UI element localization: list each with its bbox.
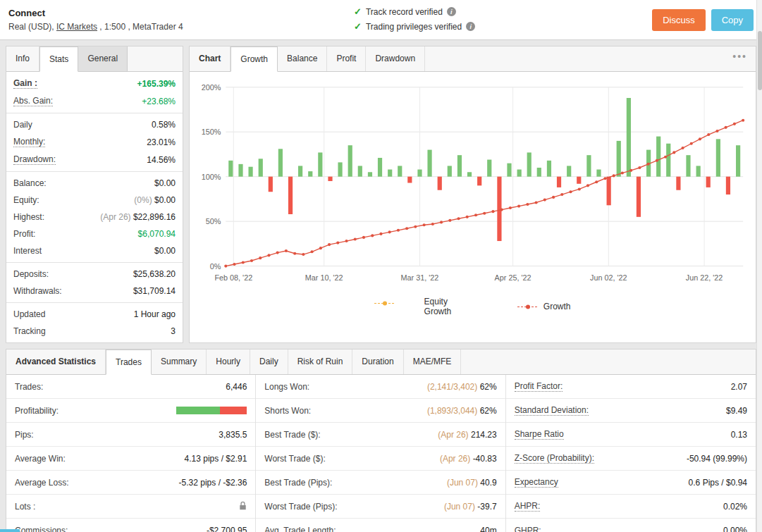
stat-value: (Jun 07) -39.7 xyxy=(444,502,497,512)
statistics-table: Trades:6,446Profitability:Pips:3,835.5Av… xyxy=(6,375,756,532)
verification-trading-privileges-verified: ✓Trading privileges verifiedi xyxy=(354,21,475,32)
stat-value: -5.32 pips / -$2.36 xyxy=(179,478,247,488)
legend-swatch-icon xyxy=(517,304,539,310)
stats-column-3: Profit Factor:2.07Standard Deviation:$9.… xyxy=(506,375,756,532)
tab-stats[interactable]: Stats xyxy=(39,47,78,72)
stat-label: Avg. Trade Length: xyxy=(264,526,336,532)
vertical-scrollbar[interactable] xyxy=(756,0,762,532)
stat-row-updated: Updated1 Hour ago xyxy=(6,306,183,323)
tab-balance[interactable]: Balance xyxy=(278,47,327,71)
stat-value-prefix: (2,141/3,402) xyxy=(427,382,480,392)
legend-growth[interactable]: Growth xyxy=(517,297,571,316)
stat-label: Pips: xyxy=(15,430,34,440)
info-icon[interactable]: i xyxy=(447,7,456,16)
stats-sidebar: InfoStatsGeneral Gain :+165.39%Abs. Gain… xyxy=(6,46,183,343)
stat-label: Worst Trade (Pips): xyxy=(264,502,337,512)
chart-panel: ChartGrowthBalanceProfitDrawdown••• 0%50… xyxy=(189,46,756,343)
stat-value-prefix: (Apr 26) xyxy=(440,454,473,464)
stats-list: Gain :+165.39%Abs. Gain:+23.68%Daily0.58… xyxy=(6,72,183,342)
broker-link[interactable]: IC Markets xyxy=(56,22,97,32)
tab-general[interactable]: General xyxy=(78,47,128,71)
stat-value-prefix: (Apr 26) xyxy=(100,212,133,222)
stat-cell-commissions: Commissions:-$2,700.95 xyxy=(6,519,255,532)
stat-label: Longs Won: xyxy=(264,382,309,392)
stat-value: $25,638.20 xyxy=(133,269,176,279)
stat-value: 2.07 xyxy=(731,382,747,392)
stat-label: Balance: xyxy=(13,178,47,188)
account-details: , 1:500 , MetaTrader 4 xyxy=(97,22,183,32)
stat-row-equity: Equity:(0%) $0.00 xyxy=(6,192,183,209)
legend-equity-growth[interactable]: Equity Growth xyxy=(374,297,453,316)
stat-value: (Apr 26) $22,896.16 xyxy=(100,212,176,222)
stat-label: Average Win: xyxy=(15,454,66,464)
tab-profit[interactable]: Profit xyxy=(327,47,366,71)
stat-cell-shorts-won: Shorts Won:(1,893/3,044) 62% xyxy=(256,399,505,423)
stat-cell-trades: Trades:6,446 xyxy=(6,375,255,399)
stat-label: Drawdown: xyxy=(13,154,56,165)
account-info: Connect Real (USD), IC Markets , 1:500 ,… xyxy=(8,8,183,32)
stat-label: Deposits: xyxy=(13,269,49,279)
stat-value-prefix: (0%) xyxy=(134,195,154,205)
stat-group: Gain :+165.39%Abs. Gain:+23.68% xyxy=(6,72,183,113)
stat-row-interest: Interest$0.00 xyxy=(6,242,183,259)
stat-label: Abs. Gain: xyxy=(13,96,53,106)
stat-label: Expectancy xyxy=(515,477,558,488)
stat-label: Interest xyxy=(13,246,42,256)
growth-chart: 0%50%100%150%200%Feb 08, '22Mar 10, '22M… xyxy=(195,78,750,287)
stat-value: (Jun 07) 40.9 xyxy=(447,478,497,488)
stat-cell-expectancy: Expectancy0.6 Pips / $0.94 xyxy=(506,471,756,495)
stat-value: $9.49 xyxy=(726,406,747,416)
stat-cell-sharpe-ratio: Sharpe Ratio0.13 xyxy=(506,423,756,447)
copy-button[interactable]: Copy xyxy=(711,9,754,31)
stat-cell-standard-deviation: Standard Deviation:$9.49 xyxy=(506,399,756,423)
growth-chart-svg: 0%50%100%150%200%Feb 08, '22Mar 10, '22M… xyxy=(195,78,750,287)
stat-cell-ahpr: AHPR:0.02% xyxy=(506,495,756,519)
account-title: Connect xyxy=(8,8,183,18)
stat-value: (1,893/3,044) 62% xyxy=(427,406,497,416)
scrollbar-thumb[interactable] xyxy=(758,31,762,90)
stat-label: Profit: xyxy=(13,229,35,239)
tab-summary[interactable]: Summary xyxy=(152,349,207,374)
tab-chart: Chart xyxy=(190,47,231,71)
discuss-button[interactable]: Discuss xyxy=(652,9,706,31)
svg-text:50%: 50% xyxy=(206,217,221,225)
stat-label: Tracking xyxy=(13,326,46,336)
chart-options-menu-icon[interactable]: ••• xyxy=(724,47,756,71)
svg-text:Mar 10, '22: Mar 10, '22 xyxy=(305,273,343,282)
horizontal-scrollbar-fragment[interactable] xyxy=(0,529,20,532)
svg-text:Jun 22, '22: Jun 22, '22 xyxy=(686,273,723,282)
tab-trades[interactable]: Trades xyxy=(106,349,152,375)
stat-label: Profitability: xyxy=(15,406,59,416)
stat-cell-avg-trade-length: Avg. Trade Length:40m xyxy=(256,519,505,532)
stat-value: 0.00% xyxy=(723,526,747,532)
stat-cell-ghpr: GHPR:0.00% xyxy=(506,519,756,532)
legend-label: Equity Growth xyxy=(424,297,454,316)
stat-row-highest: Highest:(Apr 26) $22,896.16 xyxy=(6,209,183,225)
stat-label: Z-Score (Probability): xyxy=(515,453,594,464)
stat-label: Daily xyxy=(13,120,32,130)
stat-value: 0.02% xyxy=(723,502,747,512)
tab-info[interactable]: Info xyxy=(6,47,39,71)
tab-risk-of-ruin[interactable]: Risk of Ruin xyxy=(288,349,353,374)
stat-label: Best Trade ($): xyxy=(264,430,320,440)
tab-mae-mfe[interactable]: MAE/MFE xyxy=(404,349,462,374)
stat-value: $6,070.94 xyxy=(138,229,176,239)
stat-value: 3,835.5 xyxy=(219,430,247,440)
legend-swatch-icon xyxy=(374,300,419,314)
tab-growth[interactable]: Growth xyxy=(231,47,278,72)
tab-drawdown[interactable]: Drawdown xyxy=(366,47,425,71)
stat-cell-longs-won: Longs Won:(2,141/3,402) 62% xyxy=(256,375,505,399)
stat-label: Monthly: xyxy=(13,137,45,147)
stat-cell-best-trade: Best Trade ($):(Apr 26) 214.23 xyxy=(256,423,505,447)
info-icon[interactable]: i xyxy=(466,22,475,31)
stat-value: +165.39% xyxy=(137,79,176,89)
tab-duration[interactable]: Duration xyxy=(352,349,403,374)
stat-value: -50.94 (99.99%) xyxy=(687,454,747,464)
stat-cell-average-loss: Average Loss:-5.32 pips / -$2.36 xyxy=(6,471,255,495)
tab-hourly[interactable]: Hourly xyxy=(207,349,250,374)
svg-text:100%: 100% xyxy=(202,173,221,181)
stat-label: Commissions: xyxy=(15,526,68,532)
tab-daily[interactable]: Daily xyxy=(250,349,288,374)
stat-row-abs-gain: Abs. Gain:+23.68% xyxy=(6,92,183,110)
main-content: InfoStatsGeneral Gain :+165.39%Abs. Gain… xyxy=(0,40,762,349)
